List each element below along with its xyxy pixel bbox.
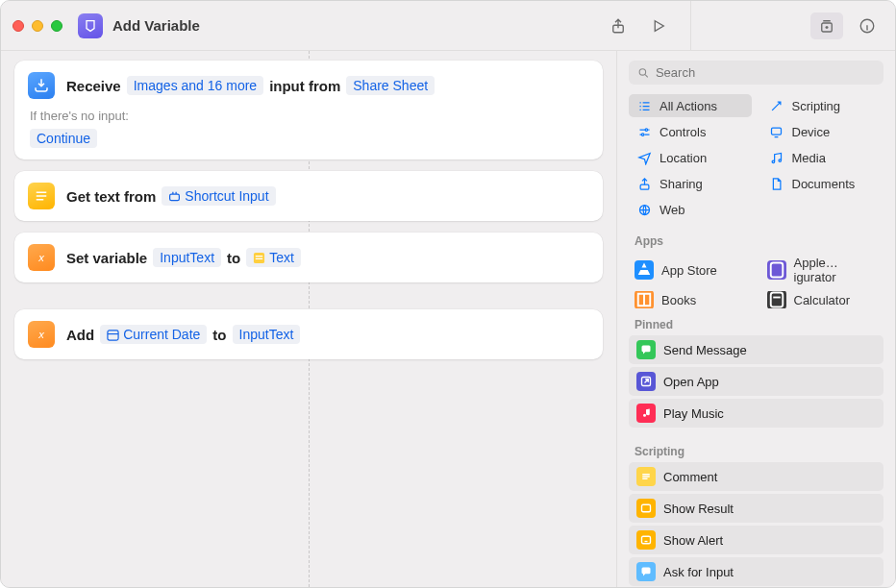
wand-icon bbox=[769, 98, 784, 113]
device-icon bbox=[769, 124, 784, 139]
calculator-icon bbox=[767, 291, 786, 308]
ask-input-icon bbox=[636, 562, 656, 581]
receive-middle: input from bbox=[269, 78, 340, 94]
run-button[interactable] bbox=[642, 12, 675, 39]
add-to: to bbox=[212, 327, 226, 343]
svg-rect-19 bbox=[642, 504, 651, 512]
scripting-comment[interactable]: Comment bbox=[629, 462, 884, 491]
apps-list: App Store Apple…igurator Books Calculato… bbox=[617, 252, 895, 310]
category-documents[interactable]: Documents bbox=[761, 172, 884, 195]
svg-rect-14 bbox=[640, 184, 649, 189]
share-button[interactable] bbox=[602, 12, 635, 39]
set-variable-action[interactable]: x Set variable InputText to Text bbox=[14, 233, 603, 282]
variable-icon: x bbox=[28, 244, 55, 271]
app-appstore[interactable]: App Store bbox=[629, 252, 752, 288]
add-to-variable-action[interactable]: x Add Current Date to InputText bbox=[14, 309, 603, 359]
category-all-actions[interactable]: All Actions bbox=[629, 94, 752, 117]
category-grid: All Actions Scripting Controls Device Lo… bbox=[617, 94, 895, 227]
alert-icon bbox=[636, 530, 656, 550]
get-text-prefix: Get text from bbox=[66, 188, 156, 205]
magic-var-icon bbox=[168, 190, 181, 203]
svg-rect-7 bbox=[108, 330, 118, 339]
get-text-action[interactable]: Get text from Shortcut Input bbox=[14, 171, 603, 221]
variable-value-token[interactable]: Text bbox=[246, 248, 301, 267]
scripting-list: Comment Show Result Show Alert Ask for I… bbox=[617, 462, 895, 587]
zoom-window-button[interactable] bbox=[51, 20, 62, 32]
configurator-icon bbox=[767, 260, 786, 280]
category-media[interactable]: Media bbox=[761, 146, 884, 169]
date-mini-icon bbox=[107, 329, 119, 341]
scripting-show-result[interactable]: Show Result bbox=[629, 494, 884, 523]
receive-input-action[interactable]: Receive Images and 16 more input from Sh… bbox=[14, 61, 603, 159]
apps-section-header: Apps bbox=[617, 227, 895, 252]
document-icon bbox=[769, 176, 784, 191]
info-icon bbox=[859, 17, 876, 35]
variable-icon: x bbox=[28, 321, 55, 348]
location-icon bbox=[636, 150, 652, 165]
svg-point-12 bbox=[772, 160, 775, 163]
search-field[interactable] bbox=[629, 61, 884, 85]
no-input-continue-token[interactable]: Continue bbox=[30, 129, 97, 148]
library-icon bbox=[818, 17, 835, 35]
svg-point-10 bbox=[641, 133, 644, 135]
receive-prefix: Receive bbox=[66, 78, 121, 94]
window-title: Add Variable bbox=[112, 17, 200, 34]
svg-rect-17 bbox=[770, 293, 783, 307]
app-calculator[interactable]: Calculator bbox=[761, 291, 884, 308]
set-variable-prefix: Set variable bbox=[66, 250, 147, 266]
svg-rect-16 bbox=[770, 263, 783, 278]
app-books[interactable]: Books bbox=[629, 291, 752, 308]
receive-types-token[interactable]: Images and 16 more bbox=[127, 76, 263, 95]
current-date-token[interactable]: Current Date bbox=[100, 325, 207, 344]
no-input-label: If there's no input: bbox=[30, 109, 589, 123]
pinned-open-app[interactable]: Open App bbox=[629, 367, 884, 396]
play-icon bbox=[650, 17, 667, 35]
music-icon bbox=[769, 150, 784, 165]
share-cat-icon bbox=[636, 176, 652, 191]
receive-source-token[interactable]: Share Sheet bbox=[346, 76, 435, 95]
receive-icon bbox=[28, 72, 55, 99]
svg-point-8 bbox=[639, 68, 645, 74]
library-scroll[interactable]: All Actions Scripting Controls Device Lo… bbox=[617, 94, 895, 587]
action-library-sidebar: All Actions Scripting Controls Device Lo… bbox=[616, 51, 895, 587]
search-input[interactable] bbox=[656, 65, 875, 80]
library-toggle-button[interactable] bbox=[810, 12, 843, 39]
svg-point-9 bbox=[645, 128, 648, 131]
minimize-window-button[interactable] bbox=[32, 20, 43, 32]
close-window-button[interactable] bbox=[12, 20, 24, 32]
variable-name-token[interactable]: InputText bbox=[153, 248, 221, 267]
category-location[interactable]: Location bbox=[629, 146, 752, 169]
category-scripting[interactable]: Scripting bbox=[761, 94, 884, 117]
scripting-show-alert[interactable]: Show Alert bbox=[629, 526, 884, 554]
category-device[interactable]: Device bbox=[761, 120, 884, 143]
svg-rect-20 bbox=[642, 536, 651, 544]
pinned-send-message[interactable]: Send Message bbox=[629, 335, 884, 364]
books-icon bbox=[635, 291, 654, 308]
category-web[interactable]: Web bbox=[629, 198, 752, 221]
pinned-section-header: Pinned bbox=[617, 310, 895, 335]
share-icon bbox=[610, 17, 627, 35]
set-variable-to: to bbox=[227, 250, 240, 266]
titlebar: Add Variable bbox=[1, 1, 895, 51]
category-sharing[interactable]: Sharing bbox=[629, 172, 752, 195]
shortcut-input-token[interactable]: Shortcut Input bbox=[162, 186, 275, 206]
window-controls bbox=[12, 20, 62, 32]
comment-icon bbox=[636, 467, 656, 486]
shortcut-app-icon bbox=[78, 13, 103, 38]
pinned-list: Send Message Open App Play Music bbox=[617, 335, 895, 437]
app-configurator[interactable]: Apple…igurator bbox=[761, 252, 884, 288]
svg-point-13 bbox=[779, 159, 782, 161]
sliders-icon bbox=[636, 124, 652, 139]
pinned-play-music[interactable]: Play Music bbox=[629, 399, 884, 428]
workflow-editor[interactable]: Receive Images and 16 more input from Sh… bbox=[1, 51, 616, 587]
message-icon bbox=[636, 340, 656, 359]
category-controls[interactable]: Controls bbox=[629, 120, 752, 143]
text-icon bbox=[28, 183, 55, 209]
scripting-section-header: Scripting bbox=[617, 437, 895, 462]
toolbar-divider bbox=[690, 1, 691, 51]
search-icon bbox=[637, 66, 650, 80]
web-icon bbox=[636, 202, 652, 217]
add-target-token[interactable]: InputText bbox=[233, 325, 301, 344]
info-button[interactable] bbox=[851, 12, 884, 39]
scripting-ask-for-input[interactable]: Ask for Input bbox=[629, 557, 884, 586]
